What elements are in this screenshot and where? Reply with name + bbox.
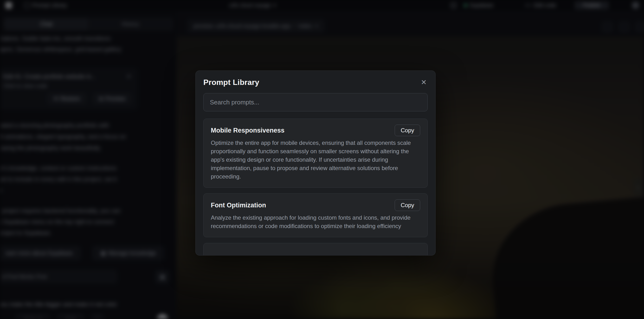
prompt-description: Optimize the entire app for mobile devic…: [211, 138, 420, 181]
prompt-library-modal: Prompt Library ✕ Mobile Responsiveness C…: [196, 70, 436, 256]
copy-button[interactable]: Copy: [395, 124, 420, 136]
prompt-title: Font Optimization: [211, 202, 266, 209]
close-icon[interactable]: ✕: [420, 78, 428, 87]
prompt-card-font-optimization: Font Optimization Copy Analyze the exist…: [203, 194, 428, 237]
search-input[interactable]: [203, 93, 428, 112]
copy-button[interactable]: Copy: [395, 200, 420, 211]
prompt-list: Mobile Responsiveness Copy Optimize the …: [203, 118, 428, 256]
modal-title: Prompt Library: [203, 78, 259, 87]
prompt-title: Mobile Responsiveness: [211, 127, 284, 134]
prompt-card-partial[interactable]: [203, 243, 428, 256]
prompt-description: Analyze the existing approach for loadin…: [211, 214, 420, 230]
prompt-card-mobile-responsiveness: Mobile Responsiveness Copy Optimize the …: [203, 118, 428, 188]
